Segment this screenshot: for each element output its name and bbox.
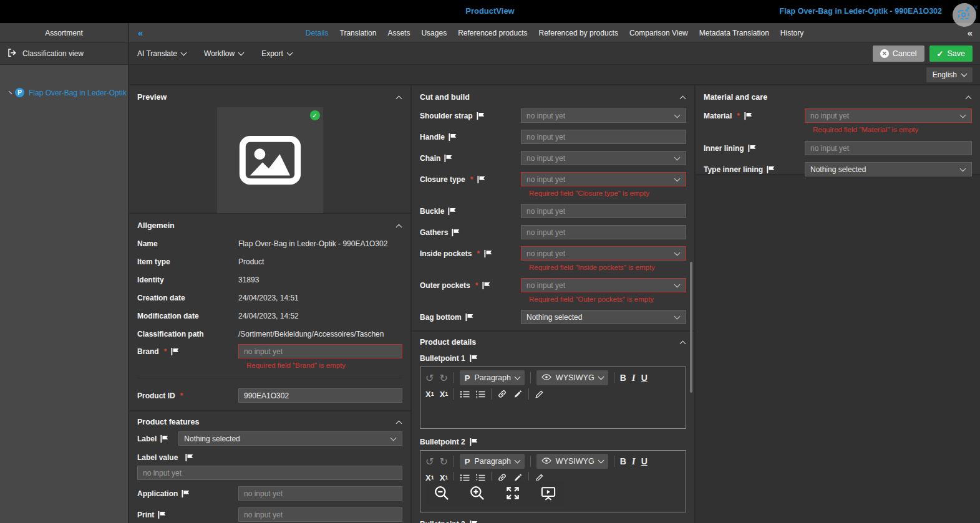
flag-icon[interactable] [160, 434, 170, 443]
brand-input[interactable] [238, 344, 402, 358]
tab-details[interactable]: Details [305, 26, 329, 40]
redo-icon[interactable]: ↻ [439, 456, 447, 468]
tab-translation[interactable]: Translation [339, 26, 377, 40]
zoom-in-icon[interactable] [469, 485, 485, 501]
numbered-list-icon[interactable] [475, 390, 485, 398]
view-mode-dropdown[interactable]: WYSIWYG [536, 454, 608, 469]
bullet-list-icon[interactable] [460, 390, 470, 398]
tree-item-product[interactable]: P Flap Over-Bag in Leder-Optik - 990 [0, 85, 128, 100]
closure-type-select[interactable]: no input yet [521, 172, 686, 186]
undo-icon[interactable]: ↺ [425, 372, 434, 384]
tab-usages[interactable]: Usages [420, 26, 447, 40]
underline-icon[interactable]: U [641, 373, 648, 383]
bold-icon[interactable]: B [620, 373, 626, 383]
tab-history[interactable]: History [780, 26, 804, 40]
material-select[interactable]: no input yet [805, 108, 972, 123]
bold-icon[interactable]: B [620, 456, 626, 466]
close-icon[interactable]: × [973, 2, 978, 12]
flag-icon[interactable] [469, 438, 479, 446]
superscript-icon[interactable]: X1 [440, 390, 449, 399]
ai-translate-dropdown[interactable]: AI Translate [137, 49, 186, 58]
screen-capture-overlay[interactable]: × [953, 3, 978, 28]
expand-chevron-icon[interactable] [9, 91, 12, 95]
top-bar: ProductView Flap Over-Bag in Leder-Optik… [0, 0, 980, 23]
gathers-input[interactable] [521, 225, 686, 239]
collapse-section-icon[interactable] [396, 95, 402, 102]
classification-view-button[interactable]: Classification view [0, 43, 128, 65]
handle-input[interactable] [521, 130, 686, 144]
underline-icon[interactable]: U [641, 456, 648, 466]
inside-pockets-select[interactable]: no input yet [521, 246, 686, 261]
paragraph-format-dropdown[interactable]: P Paragraph [460, 370, 525, 385]
eye-icon [541, 373, 551, 382]
link-icon[interactable] [497, 389, 507, 399]
flag-icon[interactable] [476, 112, 486, 120]
application-input[interactable] [238, 486, 402, 501]
row-identity: Identity 31893 [129, 276, 410, 284]
italic-icon[interactable]: I [632, 456, 636, 467]
undo-icon[interactable]: ↺ [425, 456, 434, 468]
flag-icon[interactable] [448, 133, 458, 142]
flag-icon[interactable] [477, 175, 487, 184]
closure-type-error: Required field "Closure type" is empty [412, 186, 694, 197]
collapse-section-icon[interactable] [966, 95, 972, 102]
flag-icon[interactable] [185, 453, 195, 462]
collapse-section-icon[interactable] [680, 95, 686, 102]
inner-lining-input[interactable] [805, 141, 972, 155]
flag-icon[interactable] [469, 520, 479, 523]
tab-metadata-translation[interactable]: Metadata Translation [699, 26, 770, 40]
flag-icon[interactable] [747, 144, 757, 153]
outer-pockets-select[interactable]: no input yet [521, 278, 686, 292]
tab-assets[interactable]: Assets [387, 26, 410, 40]
flag-icon[interactable] [444, 154, 454, 163]
tab-referenced-products[interactable]: Referenced products [457, 26, 528, 40]
flag-icon[interactable] [451, 228, 461, 237]
flag-icon[interactable] [181, 489, 191, 498]
cancel-button[interactable]: ✕ Cancel [873, 46, 924, 62]
collapse-section-icon[interactable] [396, 224, 402, 230]
bulletpoint-1-text-area[interactable] [420, 400, 686, 428]
edit-pencil-icon[interactable] [535, 390, 544, 399]
export-dropdown[interactable]: Export [261, 49, 292, 58]
flag-icon[interactable] [170, 347, 180, 356]
flag-icon[interactable] [482, 281, 492, 290]
tab-comparison-view[interactable]: Comparison View [629, 26, 689, 40]
workflow-dropdown[interactable]: Workflow [204, 49, 243, 58]
flag-icon[interactable] [744, 112, 754, 120]
shoulder-strap-select[interactable]: no input yet [521, 108, 686, 123]
presentation-icon[interactable] [540, 485, 556, 501]
italic-icon[interactable]: I [632, 373, 636, 383]
subscript-icon[interactable]: X1 [425, 390, 434, 399]
product-id-input[interactable] [238, 388, 402, 403]
flag-icon[interactable] [447, 207, 457, 216]
print-input[interactable] [238, 507, 402, 522]
flag-icon[interactable] [469, 354, 479, 363]
screen-capture-button[interactable] [953, 3, 976, 27]
flag-icon[interactable] [157, 511, 167, 519]
field-label-value-label: Label value [129, 453, 410, 462]
save-button[interactable]: ✓ Save [929, 46, 973, 62]
bag-bottom-select[interactable]: Nothing selected [521, 310, 686, 324]
flag-icon[interactable] [766, 165, 776, 174]
highlighter-icon[interactable] [513, 389, 523, 399]
view-mode-dropdown[interactable]: WYSIWYG [536, 370, 608, 385]
collapse-panel-icon[interactable]: « [960, 27, 980, 38]
action-bar: AI Translate Workflow Export ✕ Cancel ✓ … [129, 43, 980, 65]
label-select[interactable]: Nothing selected [178, 431, 402, 446]
collapse-section-icon[interactable] [396, 420, 402, 426]
zoom-out-icon[interactable] [434, 485, 450, 501]
flag-icon[interactable] [465, 313, 475, 322]
redo-icon[interactable]: ↻ [439, 372, 447, 384]
language-dropdown[interactable]: English [926, 67, 973, 82]
chain-select[interactable]: no input yet [521, 151, 686, 165]
label-value-input[interactable] [137, 466, 402, 480]
collapse-section-icon[interactable] [680, 340, 686, 347]
buckle-input[interactable] [521, 204, 686, 218]
fullscreen-icon[interactable] [505, 485, 521, 501]
vertical-scrollbar[interactable] [690, 262, 692, 393]
flag-icon[interactable] [483, 249, 493, 258]
type-inner-lining-select[interactable]: Nothing selected [805, 162, 972, 176]
paragraph-format-dropdown[interactable]: P Paragraph [460, 454, 525, 469]
tab-referenced-by-products[interactable]: Referenced by products [538, 26, 619, 40]
preview-image-placeholder: ✓ [217, 107, 323, 213]
